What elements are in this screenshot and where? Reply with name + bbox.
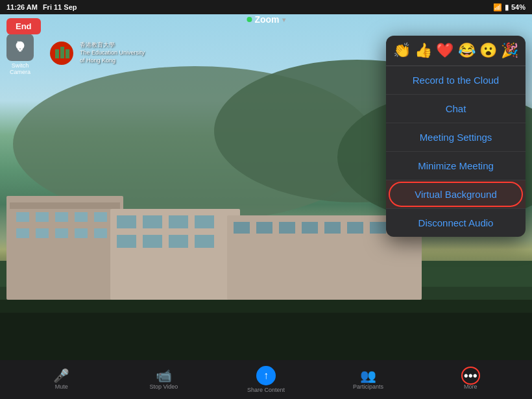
svg-rect-5 [6, 196, 123, 300]
svg-rect-24 [169, 235, 188, 248]
svg-rect-28 [256, 222, 272, 234]
toolbar: 🎤 Mute 📹 Stop Video ↑ Share Content 👥 Pa… [0, 360, 532, 399]
share-content-icon: ↑ [256, 366, 276, 385]
svg-rect-25 [195, 235, 214, 248]
emoji-thumbsup[interactable]: 👍 [415, 42, 432, 59]
svg-rect-16 [94, 228, 107, 238]
svg-rect-29 [279, 222, 295, 234]
participants-label: Participants [353, 383, 383, 390]
status-bar-right: 📶 ▮ 54% [493, 3, 526, 12]
end-button[interactable]: End [6, 18, 41, 34]
svg-rect-27 [234, 222, 250, 234]
switch-camera-button[interactable] [6, 34, 34, 61]
emoji-row: 👏 👍 ❤️ 😂 😮 🎉 [386, 36, 526, 66]
status-bar-left: 11:26 AM Fri 11 Sep [6, 3, 77, 11]
participants-icon: 👥 [360, 369, 376, 382]
svg-rect-12 [16, 228, 29, 238]
minimize-meeting-item[interactable]: Minimize Meeting [386, 152, 526, 180]
chat-item[interactable]: Chat [386, 95, 526, 123]
svg-rect-15 [75, 228, 88, 238]
svg-rect-21 [195, 215, 214, 228]
more-ring-highlight [461, 367, 480, 385]
svg-rect-39 [66, 49, 69, 58]
svg-rect-31 [324, 222, 341, 234]
disconnect-audio-item[interactable]: Disconnect Audio [386, 209, 526, 237]
university-chinese: 香港教育大學 [80, 42, 145, 49]
svg-rect-30 [302, 222, 318, 234]
battery-icon: ▮ [505, 3, 509, 12]
svg-rect-35 [0, 313, 532, 360]
svg-rect-11 [94, 212, 107, 222]
zoom-chevron-icon: ▾ [282, 16, 285, 23]
svg-rect-32 [347, 222, 363, 234]
meeting-settings-item[interactable]: Meeting Settings [386, 123, 526, 152]
svg-rect-13 [36, 228, 49, 238]
virtual-background-item[interactable]: Virtual Background [386, 180, 526, 209]
svg-rect-6 [10, 202, 120, 209]
more-icon-wrapper: ••• [464, 369, 478, 382]
mute-label: Mute [55, 383, 68, 390]
zoom-header: Zoom ▾ [247, 14, 285, 25]
record-to-cloud-item[interactable]: Record to the Cloud [386, 66, 526, 95]
svg-rect-7 [16, 212, 29, 222]
university-logo: 香港教育大學 The Education University of Hong … [49, 40, 145, 66]
wifi-icon: 📶 [493, 3, 502, 12]
mute-icon: 🎤 [53, 369, 69, 382]
svg-rect-19 [143, 215, 162, 228]
emoji-laugh[interactable]: 😂 [458, 42, 476, 59]
dropdown-menu: 👏 👍 ❤️ 😂 😮 🎉 Record to the Cloud Chat Me… [386, 36, 526, 237]
svg-rect-8 [36, 212, 49, 222]
more-button[interactable]: ••• More [419, 369, 522, 390]
zoom-status-dot [247, 17, 252, 22]
svg-rect-14 [55, 228, 68, 238]
status-time: 11:26 AM [6, 3, 38, 11]
emoji-heart[interactable]: ❤️ [436, 42, 453, 59]
svg-rect-23 [143, 235, 162, 248]
share-content-button[interactable]: ↑ Share Content [215, 366, 317, 393]
status-bar: 11:26 AM Fri 11 Sep 📶 ▮ 54% [0, 0, 532, 14]
switch-camera-label: Switch Camera [3, 62, 38, 75]
participants-button[interactable]: 👥 Participants [317, 369, 420, 390]
svg-rect-22 [117, 235, 136, 248]
university-name: 香港教育大學 The Education University of Hong … [80, 42, 145, 64]
mute-button[interactable]: 🎤 Mute [10, 369, 113, 390]
university-english-1: The Education University [80, 49, 145, 57]
emoji-party[interactable]: 🎉 [501, 42, 518, 59]
zoom-label: Zoom [254, 14, 279, 25]
battery-percent: 54% [511, 3, 526, 11]
stop-video-label: Stop Video [149, 383, 178, 390]
stop-video-icon: 📹 [156, 369, 172, 382]
svg-rect-18 [117, 215, 136, 228]
university-logo-icon [49, 40, 75, 66]
svg-rect-9 [55, 212, 68, 222]
emoji-wow[interactable]: 😮 [479, 42, 497, 59]
svg-rect-33 [370, 222, 386, 234]
svg-rect-37 [55, 49, 59, 58]
status-day: Fri 11 Sep [43, 3, 77, 11]
svg-rect-10 [75, 212, 88, 222]
switch-camera-icon [13, 40, 27, 54]
emoji-clap[interactable]: 👏 [393, 42, 411, 59]
svg-rect-38 [60, 47, 64, 58]
stop-video-button[interactable]: 📹 Stop Video [113, 369, 215, 390]
share-content-label: Share Content [247, 387, 285, 393]
university-english-2: of Hong Kong [80, 57, 145, 65]
svg-rect-20 [169, 215, 188, 228]
